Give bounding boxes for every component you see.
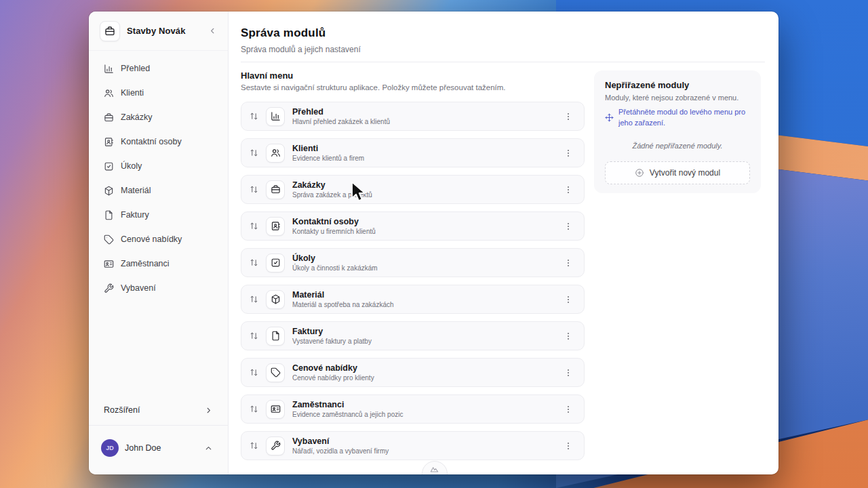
drag-handle-icon[interactable]	[250, 258, 258, 267]
file-icon	[266, 327, 285, 346]
sidebar-item-faktury[interactable]: Faktury	[97, 203, 220, 227]
wrench-icon	[104, 283, 114, 293]
module-card-zakazky[interactable]: Zakázky Správa zakázek a projektů	[241, 175, 585, 204]
chevron-right-icon	[204, 406, 213, 415]
sidebar-extensions-button[interactable]: Rozšíření	[89, 395, 228, 425]
module-options-button[interactable]	[562, 220, 574, 232]
contact-book-icon	[104, 137, 114, 147]
sidebar-item-kontaktni-osoby[interactable]: Kontaktní osoby	[97, 129, 220, 154]
file-icon	[104, 210, 114, 220]
drag-hint: Přetáhněte modul do levého menu pro jeho…	[605, 107, 750, 129]
module-options-button[interactable]	[562, 330, 574, 342]
sidebar-header: Stavby Novák	[89, 12, 228, 51]
contact-book-icon	[266, 217, 285, 236]
id-card-icon	[266, 400, 285, 419]
users-icon	[266, 144, 285, 163]
tag-icon	[266, 363, 285, 382]
chevron-up-icon	[204, 444, 213, 453]
bar-chart-icon	[104, 64, 114, 74]
sidebar-item-vybaveni[interactable]: Vybavení	[97, 276, 220, 300]
drag-handle-icon[interactable]	[250, 368, 258, 377]
sidebar-user-menu[interactable]: JD John Doe	[89, 425, 228, 474]
sidebar: Stavby Novák Přehled Klienti Zakázky Kon…	[89, 12, 229, 474]
mountain-icon	[429, 464, 440, 474]
avatar: JD	[101, 439, 119, 457]
user-name: John Doe	[125, 443, 198, 453]
module-card-prehled[interactable]: Přehled Hlavní přehled zakázek a klientů	[241, 102, 585, 131]
section-description: Sestavte si navigační strukturu aplikace…	[241, 83, 585, 92]
panel-subtitle: Moduly, které nejsou zobrazené v menu.	[605, 94, 750, 102]
users-icon	[104, 88, 114, 98]
bar-chart-icon	[266, 107, 285, 126]
check-square-icon	[266, 253, 285, 272]
wrench-icon	[266, 436, 285, 455]
module-options-button[interactable]	[562, 184, 574, 196]
sidebar-item-material[interactable]: Materiál	[97, 178, 220, 203]
plus-circle-icon	[635, 168, 644, 178]
package-icon	[266, 290, 285, 309]
package-icon	[104, 186, 114, 196]
briefcase-icon	[266, 180, 285, 199]
sidebar-item-ukoly[interactable]: Úkoly	[97, 154, 220, 178]
section-title: Hlavní menu	[241, 70, 585, 81]
briefcase-icon	[104, 113, 114, 123]
module-card-klienti[interactable]: Klienti Evidence klientů a firem	[241, 138, 585, 167]
kebab-menu-icon	[564, 331, 573, 341]
module-card-vybaveni[interactable]: Vybavení Nářadí, vozidla a vybavení firm…	[241, 431, 585, 460]
sidebar-nav: Přehled Klienti Zakázky Kontaktní osoby …	[89, 51, 228, 306]
sidebar-item-prehled[interactable]: Přehled	[97, 56, 220, 81]
module-options-button[interactable]	[562, 367, 574, 379]
module-options-button[interactable]	[562, 293, 574, 306]
main-menu-section: Hlavní menu Sestavte si navigační strukt…	[241, 70, 585, 468]
empty-state-text: Žádné nepřiřazené moduly.	[605, 142, 750, 150]
chevron-left-icon	[208, 26, 217, 35]
module-list: Přehled Hlavní přehled zakázek a klientů…	[241, 102, 585, 460]
module-card-ukoly[interactable]: Úkoly Úkoly a činnosti k zakázkám	[241, 248, 585, 277]
unassigned-modules-panel: Nepřiřazené moduly Moduly, které nejsou …	[594, 70, 761, 193]
tag-icon	[104, 235, 114, 245]
module-options-button[interactable]	[562, 403, 574, 415]
drag-handle-icon[interactable]	[250, 148, 258, 157]
page-subtitle: Správa modulů a jejich nastavení	[241, 45, 765, 54]
panel-title: Nepřiřazené moduly	[605, 80, 750, 90]
kebab-menu-icon	[564, 441, 573, 451]
create-module-button[interactable]: Vytvořit nový modul	[605, 161, 750, 184]
module-options-button[interactable]	[562, 147, 574, 159]
kebab-menu-icon	[564, 112, 573, 121]
kebab-menu-icon	[564, 368, 573, 378]
header-divider	[241, 62, 765, 62]
kebab-menu-icon	[564, 222, 573, 231]
move-icon	[605, 113, 614, 122]
main-content: Správa modulů Správa modulů a jejich nas…	[229, 12, 778, 474]
drag-handle-icon[interactable]	[250, 295, 258, 304]
drag-handle-icon[interactable]	[250, 222, 258, 230]
app-window: Stavby Novák Přehled Klienti Zakázky Kon…	[89, 12, 778, 474]
kebab-menu-icon	[564, 405, 573, 414]
drag-handle-icon[interactable]	[250, 441, 258, 450]
kebab-menu-icon	[564, 148, 573, 158]
module-options-button[interactable]	[562, 257, 574, 269]
id-card-icon	[104, 259, 114, 269]
drag-handle-icon[interactable]	[250, 185, 258, 194]
sidebar-item-zamestnanci[interactable]: Zaměstnanci	[97, 251, 220, 276]
drag-handle-icon[interactable]	[250, 331, 258, 340]
kebab-menu-icon	[564, 185, 573, 195]
kebab-menu-icon	[564, 258, 573, 268]
drag-handle-icon[interactable]	[250, 405, 258, 413]
kebab-menu-icon	[564, 295, 573, 304]
module-options-button[interactable]	[562, 110, 574, 123]
module-card-cenove-nabidky[interactable]: Cenové nabídky Cenové nabídky pro klient…	[241, 358, 585, 387]
app-name: Stavby Novák	[127, 26, 201, 36]
check-square-icon	[104, 161, 114, 171]
module-card-zamestnanci[interactable]: Zaměstnanci Evidence zaměstnanců a jejic…	[241, 394, 585, 424]
module-options-button[interactable]	[562, 440, 574, 452]
app-logo-briefcase-icon	[100, 21, 120, 41]
module-card-kontaktni-osoby[interactable]: Kontaktní osoby Kontakty u firemních kli…	[241, 211, 585, 241]
module-card-faktury[interactable]: Faktury Vystavené faktury a platby	[241, 321, 585, 350]
sidebar-item-zakazky[interactable]: Zakázky	[97, 105, 220, 129]
sidebar-collapse-button[interactable]	[208, 26, 217, 35]
sidebar-item-cenove-nabidky[interactable]: Cenové nabídky	[97, 227, 220, 251]
drag-handle-icon[interactable]	[250, 112, 258, 121]
module-card-material[interactable]: Materiál Materiál a spotřeba na zakázkác…	[241, 285, 585, 314]
sidebar-item-klienti[interactable]: Klienti	[97, 81, 220, 105]
